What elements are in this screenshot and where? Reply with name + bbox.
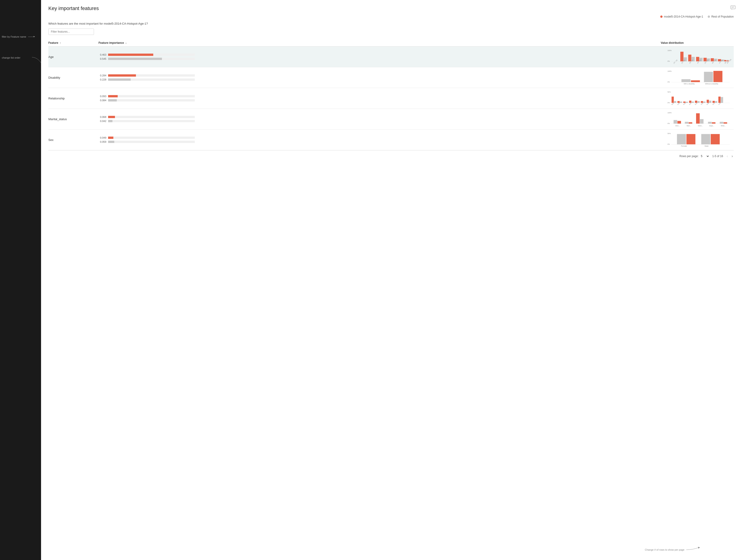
svg-rect-80 [696,113,700,124]
svg-text:50%: 50% [668,133,671,134]
svg-rect-36 [691,80,700,82]
prev-page-button[interactable]: ‹ [726,154,729,159]
svg-marker-102 [698,547,700,549]
relationship-chart: Occurrences 50% 0% [661,90,734,107]
bottom-annotation: Change # of rows to show per page [645,546,700,553]
svg-text:Female: Female [681,145,687,147]
importance-sort-icon: ↓ [125,42,127,44]
rows-annotation-label: Change # of rows to show per page [645,548,684,551]
svg-rect-35 [681,79,690,82]
feature-filter-input[interactable] [48,28,94,35]
svg-rect-8 [680,52,683,61]
importance-cell-age: 0.463 0.545 [98,52,661,62]
dist-cell-age: Occurrence 100% 0% [661,47,734,67]
table-row: Age 0.463 0.545 [48,47,734,67]
importance-cell-marital: 0.068 0.042 [98,114,661,124]
legend-population: Rest of Population [708,15,734,18]
svg-text:Wido...: Wido... [721,125,726,127]
importance-cell-disability: 0.284 0.228 [98,72,661,83]
legend: model5-2014-CA-Hotspot-Age-1 Rest of Pop… [48,15,734,18]
svg-text:[10 - 20]: [10 - 20] [673,59,678,64]
svg-rect-95 [677,134,686,144]
svg-rect-38 [714,71,722,82]
svg-text:Male: Male [705,145,709,147]
svg-rect-77 [677,121,681,124]
feature-name-age: Age [48,53,98,61]
svg-rect-85 [724,122,727,124]
svg-text:0%: 0% [668,81,670,83]
feature-sort-icon: ↑ [60,42,61,44]
feature-name-marital: Marital_status [48,115,98,124]
svg-text:Divo...: Divo... [675,125,680,127]
svg-text:0%: 0% [668,60,670,62]
disability-chart: Occurrences 100% 0% With a disability Wi… [661,69,734,86]
sex-chart: Occurrences 50% 0% Female Male [661,131,734,148]
legend-model: model5-2014-CA-Hotspot-Age-1 [660,15,703,18]
svg-rect-0 [731,6,735,9]
svg-rect-96 [686,134,695,144]
page-navigation: ‹ › [726,154,734,159]
table-row: Sex 0.049 0.059 [48,130,734,150]
svg-rect-83 [712,122,716,124]
rows-per-page-select[interactable]: 5 10 25 [700,154,710,158]
legend-pop-dot [708,15,710,18]
svg-text:Marr...: Marr... [687,125,691,127]
feature-name-disability: Disability [48,73,98,82]
importance-cell-sex: 0.049 0.059 [98,135,661,145]
rows-per-page-label: Rows per page: [679,155,698,158]
age-chart: Occurrence 100% 0% [661,48,734,65]
svg-rect-84 [720,122,724,124]
order-annotation-label: change list order [2,56,20,59]
svg-rect-78 [685,122,688,124]
svg-text:With a disability: With a disability [684,83,695,85]
header-distribution: Value distribution [661,41,734,45]
header-feature[interactable]: Feature ↑ [48,41,98,45]
svg-text:100%: 100% [668,112,672,114]
svg-rect-79 [689,122,692,124]
legend-pop-label: Rest of Population [711,15,734,18]
svg-rect-98 [711,134,720,144]
dist-cell-sex: Occurrences 50% 0% Female Male [661,130,734,150]
header-importance[interactable]: Feature importance ↓ [98,41,661,45]
table-row: Marital_status 0.068 0.042 [48,109,734,130]
feature-name-relationship: Relationship [48,94,98,103]
svg-text:Without a disability: Without a disability [705,83,719,85]
main-panel: Key important features model5-2014-CA-Ho… [41,0,741,560]
svg-rect-82 [708,122,712,124]
table-row: Relationship 0.093 0.084 [48,88,734,109]
table-row: Disability 0.284 0.228 [48,67,734,88]
marital-chart: Occurrences 100% 0% [661,111,734,128]
svg-text:100%: 100% [668,70,672,72]
dist-cell-relationship: Occurrences 50% 0% [661,88,734,109]
next-page-button[interactable]: › [731,154,734,159]
svg-text:0%: 0% [668,123,670,124]
feature-name-sex: Sex [48,135,98,144]
subtitle: Which features are the most important fo… [48,22,734,25]
svg-text:0%: 0% [668,102,670,103]
svg-text:100%: 100% [668,50,672,51]
pagination: Rows per page: 5 10 25 1-5 of 16 ‹ › [48,150,734,160]
svg-rect-76 [673,120,677,124]
svg-text:Neve...: Neve... [698,125,703,127]
comment-icon[interactable] [731,5,736,10]
importance-cell-relationship: 0.093 0.084 [98,93,661,103]
sidebar: filter by Feature name change list order [0,0,41,560]
svg-rect-97 [701,134,710,144]
filter-annotation-label: filter by Feature name [2,36,26,38]
features-table: Feature ↑ Feature importance ↓ Value dis… [48,40,734,150]
svg-rect-81 [700,119,703,124]
svg-text:50%: 50% [668,91,671,93]
dist-cell-disability: Occurrences 100% 0% With a disability Wi… [661,67,734,88]
legend-model-dot [660,15,663,18]
page-title: Key important features [48,5,734,11]
svg-rect-10 [688,55,691,62]
page-info: 1-5 of 16 [712,155,723,158]
dist-cell-marital: Occurrences 100% 0% [661,109,734,129]
svg-text:Sepa...: Sepa... [709,125,714,127]
rows-per-page: Rows per page: 5 10 25 [679,154,710,158]
legend-model-label: model5-2014-CA-Hotspot-Age-1 [664,15,703,18]
svg-rect-37 [704,72,713,82]
table-header: Feature ↑ Feature importance ↓ Value dis… [48,40,734,47]
svg-text:0%: 0% [668,143,670,145]
